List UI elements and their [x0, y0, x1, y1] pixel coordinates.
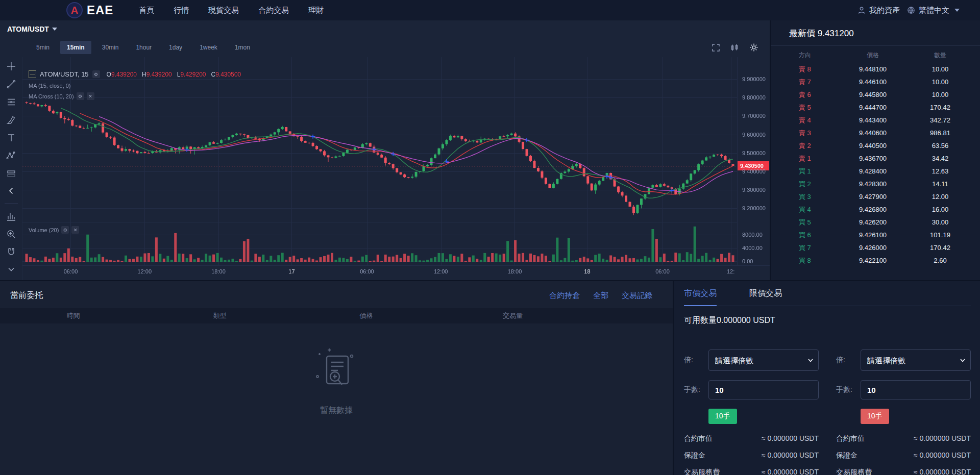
toolbar-divider: [5, 203, 18, 204]
orders-tab-0[interactable]: 合約持倉: [549, 291, 580, 301]
position-tool-icon[interactable]: [6, 168, 16, 179]
orderbook-row[interactable]: 賣 19.43670034.42: [771, 152, 980, 165]
nav-item-0[interactable]: 首頁: [139, 6, 154, 15]
trade-forms: 倍:請選擇倍數手數:10手合約市值≈ 0.000000 USDT保證金≈ 0.0…: [684, 349, 971, 475]
orderbook-price: 9.444700: [832, 104, 914, 111]
orderbook-price: 9.448100: [832, 65, 914, 73]
orderbook-row[interactable]: 買 19.42840012.63: [771, 165, 980, 178]
buy-lots-button[interactable]: 10手: [708, 409, 737, 424]
trade-tab-1[interactable]: 限價交易: [749, 288, 782, 306]
orderbook-row[interactable]: 買 79.426000170.42: [771, 241, 980, 254]
orderbook-row[interactable]: 賣 59.444700170.42: [771, 101, 980, 114]
timeframe-1week[interactable]: 1week: [193, 41, 224, 54]
open-orders-panel: 當前委托 合約持倉全部交易記錄 時間類型價格交易量 暫無數據: [0, 281, 673, 475]
orderbook-row[interactable]: 買 69.426100101.19: [771, 229, 980, 241]
orderbook-row[interactable]: 賣 29.44050063.56: [771, 139, 980, 152]
orderbook-price: 9.426200: [832, 218, 914, 226]
orderbook-row[interactable]: 買 39.42790012.00: [771, 190, 980, 203]
orders-column-2: 價格: [293, 311, 439, 320]
collapse-toolbar-icon[interactable]: [7, 186, 16, 195]
orderbook-row[interactable]: 賣 39.440600986.81: [771, 127, 980, 139]
leverage-select-buy[interactable]: 請選擇倍數: [708, 349, 819, 371]
pattern-tool-icon[interactable]: [6, 151, 16, 161]
language-switcher[interactable]: 繁體中文: [907, 6, 960, 15]
text-tool-icon[interactable]: [6, 133, 16, 143]
timeframe-5min[interactable]: 5min: [30, 41, 56, 54]
zoom-tool-icon[interactable]: [6, 229, 16, 239]
volume-remove-icon[interactable]: ✕: [71, 226, 79, 234]
sell-lots-button[interactable]: 10手: [861, 409, 889, 424]
last-price-label: 最新價: [789, 29, 815, 38]
candlestick-chart[interactable]: [22, 57, 770, 280]
lots-field-buy: 手數:: [684, 380, 819, 399]
nav-item-1[interactable]: 行情: [174, 6, 189, 15]
ma-cross-remove-icon[interactable]: ✕: [87, 92, 94, 100]
legend-collapse-icon[interactable]: —: [29, 70, 36, 78]
fullscreen-icon[interactable]: [712, 43, 720, 52]
summary-value: ≈ 0.000000 USDT: [762, 468, 819, 475]
orders-column-1: 類型: [146, 311, 293, 320]
timeframe-1hour[interactable]: 1hour: [129, 41, 158, 54]
orderbook-amount: 170.42: [914, 244, 980, 252]
timeframe-1day[interactable]: 1day: [162, 41, 189, 54]
nav-item-4[interactable]: 理財: [308, 6, 324, 15]
orderbook-row[interactable]: 買 29.42830014.11: [771, 178, 980, 190]
summary-label: 合約市值: [836, 434, 865, 443]
crosshair-tool-icon[interactable]: [6, 61, 16, 71]
orderbook-row[interactable]: 賣 89.44810010.00: [771, 63, 980, 76]
nav-item-3[interactable]: 合約交易: [258, 6, 289, 15]
volume-settings-icon[interactable]: ⚙: [61, 226, 69, 234]
orderbook-row[interactable]: 買 49.42680016.00: [771, 203, 980, 216]
trade-panel: 市價交易限價交易 可用数量0.000000 USDT 倍:請選擇倍數手數:10手…: [673, 281, 980, 475]
leverage-select-sell[interactable]: 請選擇倍數: [861, 349, 971, 371]
logo[interactable]: A: [66, 2, 83, 18]
orderbook-side-label: 買 8: [771, 256, 832, 265]
more-tools-icon[interactable]: [7, 265, 16, 274]
orderbook-row[interactable]: 賣 49.443400342.72: [771, 114, 980, 127]
orderbook-row[interactable]: 賣 79.44610010.00: [771, 76, 980, 88]
orderbook-row[interactable]: 買 89.4221002.60: [771, 254, 980, 267]
fib-tool-icon[interactable]: [6, 97, 16, 107]
summary-label: 合約市值: [684, 434, 713, 443]
user-icon: [857, 6, 866, 14]
chart-legend-title: ATOM/USDT, 15: [40, 70, 89, 78]
chart-type-icon[interactable]: [730, 43, 739, 52]
lot-button-row-sell: 10手: [836, 409, 971, 424]
orders-tab-2[interactable]: 交易記錄: [622, 291, 652, 301]
timeframe-30min[interactable]: 30min: [95, 41, 126, 54]
my-assets-link[interactable]: 我的資產: [857, 6, 900, 15]
pair-caret-icon[interactable]: [52, 28, 57, 31]
orderbook-price: 9.436700: [832, 155, 914, 162]
magnet-tool-icon[interactable]: [6, 247, 16, 257]
nav-item-2[interactable]: 現貨交易: [208, 6, 239, 15]
volume-label: Volume (20): [29, 227, 59, 233]
logo-letter: A: [71, 5, 78, 15]
series-settings-icon[interactable]: ⚙: [92, 70, 100, 78]
summary-row-sell-2: 交易服務費≈ 0.000000 USDT: [836, 468, 971, 475]
orders-panel-tabs: 合約持倉全部交易記錄: [549, 291, 652, 301]
language-label: 繁體中文: [919, 6, 949, 15]
ma-cross-settings-icon[interactable]: ⚙: [77, 92, 84, 100]
trendline-tool-icon[interactable]: [6, 79, 16, 89]
last-price-value: 9.431200: [818, 29, 854, 38]
orderbook-side-label: 買 1: [771, 167, 832, 176]
orderbook-row[interactable]: 買 59.42620030.00: [771, 216, 980, 229]
chart-settings-icon[interactable]: [749, 43, 758, 52]
timeframe-15min[interactable]: 15min: [60, 41, 91, 54]
lots-input-buy[interactable]: [708, 380, 819, 399]
pair-selector[interactable]: ATOM/USDT: [7, 25, 49, 33]
orderbook-side-label: 賣 1: [771, 154, 832, 163]
trade-tab-0[interactable]: 市價交易: [684, 288, 717, 306]
summary-value: ≈ 0.000000 USDT: [762, 451, 819, 460]
orderbook-row[interactable]: 賣 69.44580010.00: [771, 88, 980, 101]
brush-tool-icon[interactable]: [6, 115, 16, 125]
orderbook-price: 9.446100: [832, 78, 914, 86]
lots-input-sell[interactable]: [861, 380, 971, 399]
trade-tabs: 市價交易限價交易: [684, 288, 971, 306]
nav-menu: 首頁行情現貨交易合約交易理財: [139, 6, 324, 15]
summary-row-sell-1: 保證金≈ 0.000000 USDT: [836, 451, 971, 460]
measure-tool-icon[interactable]: [6, 211, 16, 221]
lots-label: 手數:: [684, 385, 708, 394]
timeframe-1mon[interactable]: 1mon: [228, 41, 257, 54]
orders-tab-1[interactable]: 全部: [593, 291, 608, 301]
